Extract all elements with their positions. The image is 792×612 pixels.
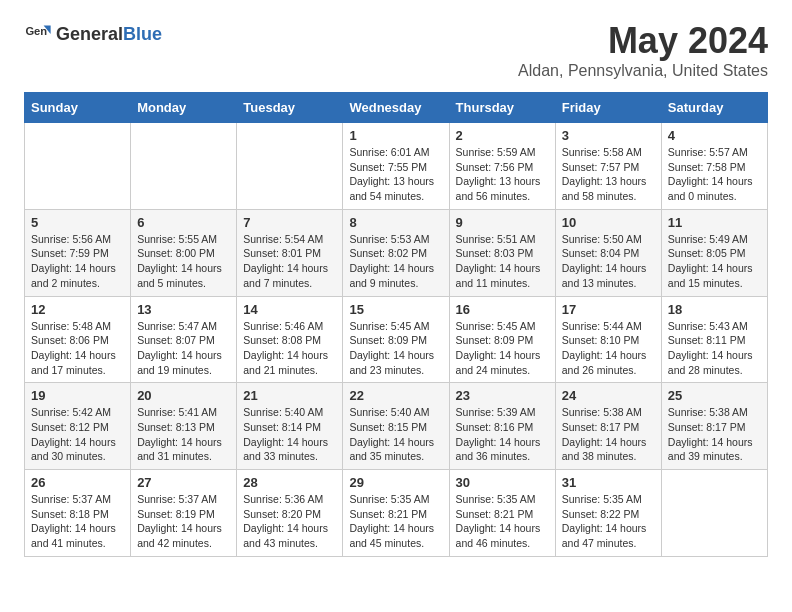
calendar-day-cell: 28Sunrise: 5:36 AMSunset: 8:20 PMDayligh… (237, 470, 343, 557)
day-number: 2 (456, 128, 549, 143)
day-number: 21 (243, 388, 336, 403)
day-info: Sunrise: 5:44 AMSunset: 8:10 PMDaylight:… (562, 319, 655, 378)
calendar-day-cell: 1Sunrise: 6:01 AMSunset: 7:55 PMDaylight… (343, 123, 449, 210)
day-info: Sunrise: 5:50 AMSunset: 8:04 PMDaylight:… (562, 232, 655, 291)
day-number: 15 (349, 302, 442, 317)
day-info: Sunrise: 5:40 AMSunset: 8:15 PMDaylight:… (349, 405, 442, 464)
day-info: Sunrise: 5:48 AMSunset: 8:06 PMDaylight:… (31, 319, 124, 378)
day-info: Sunrise: 5:37 AMSunset: 8:18 PMDaylight:… (31, 492, 124, 551)
calendar-week-row: 12Sunrise: 5:48 AMSunset: 8:06 PMDayligh… (25, 296, 768, 383)
day-info: Sunrise: 5:45 AMSunset: 8:09 PMDaylight:… (456, 319, 549, 378)
calendar-day-cell: 16Sunrise: 5:45 AMSunset: 8:09 PMDayligh… (449, 296, 555, 383)
day-number: 1 (349, 128, 442, 143)
calendar-day-cell: 22Sunrise: 5:40 AMSunset: 8:15 PMDayligh… (343, 383, 449, 470)
calendar-day-cell: 31Sunrise: 5:35 AMSunset: 8:22 PMDayligh… (555, 470, 661, 557)
calendar-table: SundayMondayTuesdayWednesdayThursdayFrid… (24, 92, 768, 557)
day-info: Sunrise: 5:46 AMSunset: 8:08 PMDaylight:… (243, 319, 336, 378)
day-number: 19 (31, 388, 124, 403)
day-number: 27 (137, 475, 230, 490)
day-number: 9 (456, 215, 549, 230)
calendar-day-cell: 17Sunrise: 5:44 AMSunset: 8:10 PMDayligh… (555, 296, 661, 383)
day-number: 26 (31, 475, 124, 490)
calendar-day-cell: 12Sunrise: 5:48 AMSunset: 8:06 PMDayligh… (25, 296, 131, 383)
day-number: 5 (31, 215, 124, 230)
header: Gen GeneralBlue May 2024 Aldan, Pennsylv… (24, 20, 768, 80)
svg-text:Gen: Gen (25, 25, 47, 37)
day-number: 13 (137, 302, 230, 317)
logo: Gen GeneralBlue (24, 20, 162, 48)
calendar-day-cell: 29Sunrise: 5:35 AMSunset: 8:21 PMDayligh… (343, 470, 449, 557)
calendar-day-cell (131, 123, 237, 210)
day-info: Sunrise: 5:57 AMSunset: 7:58 PMDaylight:… (668, 145, 761, 204)
calendar-day-cell: 3Sunrise: 5:58 AMSunset: 7:57 PMDaylight… (555, 123, 661, 210)
day-number: 30 (456, 475, 549, 490)
calendar-header-cell: Sunday (25, 93, 131, 123)
calendar-day-cell: 15Sunrise: 5:45 AMSunset: 8:09 PMDayligh… (343, 296, 449, 383)
calendar-header-cell: Tuesday (237, 93, 343, 123)
calendar-day-cell (25, 123, 131, 210)
calendar-header-cell: Saturday (661, 93, 767, 123)
calendar-day-cell: 8Sunrise: 5:53 AMSunset: 8:02 PMDaylight… (343, 209, 449, 296)
calendar-day-cell: 14Sunrise: 5:46 AMSunset: 8:08 PMDayligh… (237, 296, 343, 383)
logo-blue-text: Blue (123, 24, 162, 44)
day-number: 23 (456, 388, 549, 403)
calendar-day-cell: 4Sunrise: 5:57 AMSunset: 7:58 PMDaylight… (661, 123, 767, 210)
calendar-day-cell: 11Sunrise: 5:49 AMSunset: 8:05 PMDayligh… (661, 209, 767, 296)
day-info: Sunrise: 5:37 AMSunset: 8:19 PMDaylight:… (137, 492, 230, 551)
calendar-day-cell (661, 470, 767, 557)
calendar-week-row: 1Sunrise: 6:01 AMSunset: 7:55 PMDaylight… (25, 123, 768, 210)
day-number: 25 (668, 388, 761, 403)
calendar-header-cell: Friday (555, 93, 661, 123)
day-number: 4 (668, 128, 761, 143)
day-info: Sunrise: 5:45 AMSunset: 8:09 PMDaylight:… (349, 319, 442, 378)
calendar-day-cell: 13Sunrise: 5:47 AMSunset: 8:07 PMDayligh… (131, 296, 237, 383)
calendar-day-cell: 7Sunrise: 5:54 AMSunset: 8:01 PMDaylight… (237, 209, 343, 296)
calendar-header-cell: Thursday (449, 93, 555, 123)
day-info: Sunrise: 5:36 AMSunset: 8:20 PMDaylight:… (243, 492, 336, 551)
day-number: 7 (243, 215, 336, 230)
day-number: 8 (349, 215, 442, 230)
calendar-day-cell: 25Sunrise: 5:38 AMSunset: 8:17 PMDayligh… (661, 383, 767, 470)
day-info: Sunrise: 5:38 AMSunset: 8:17 PMDaylight:… (668, 405, 761, 464)
day-info: Sunrise: 5:58 AMSunset: 7:57 PMDaylight:… (562, 145, 655, 204)
calendar-week-row: 19Sunrise: 5:42 AMSunset: 8:12 PMDayligh… (25, 383, 768, 470)
day-info: Sunrise: 5:56 AMSunset: 7:59 PMDaylight:… (31, 232, 124, 291)
calendar-header-cell: Monday (131, 93, 237, 123)
logo-general-text: General (56, 24, 123, 44)
day-number: 11 (668, 215, 761, 230)
title-area: May 2024 Aldan, Pennsylvania, United Sta… (518, 20, 768, 80)
calendar-day-cell: 20Sunrise: 5:41 AMSunset: 8:13 PMDayligh… (131, 383, 237, 470)
day-number: 17 (562, 302, 655, 317)
calendar-day-cell: 6Sunrise: 5:55 AMSunset: 8:00 PMDaylight… (131, 209, 237, 296)
logo-icon: Gen (24, 20, 52, 48)
day-number: 20 (137, 388, 230, 403)
day-number: 29 (349, 475, 442, 490)
calendar-week-row: 5Sunrise: 5:56 AMSunset: 7:59 PMDaylight… (25, 209, 768, 296)
day-number: 22 (349, 388, 442, 403)
day-number: 14 (243, 302, 336, 317)
day-info: Sunrise: 5:35 AMSunset: 8:21 PMDaylight:… (349, 492, 442, 551)
calendar-day-cell: 9Sunrise: 5:51 AMSunset: 8:03 PMDaylight… (449, 209, 555, 296)
day-info: Sunrise: 5:40 AMSunset: 8:14 PMDaylight:… (243, 405, 336, 464)
day-info: Sunrise: 5:39 AMSunset: 8:16 PMDaylight:… (456, 405, 549, 464)
calendar-header-row: SundayMondayTuesdayWednesdayThursdayFrid… (25, 93, 768, 123)
calendar-day-cell: 10Sunrise: 5:50 AMSunset: 8:04 PMDayligh… (555, 209, 661, 296)
day-number: 16 (456, 302, 549, 317)
day-number: 28 (243, 475, 336, 490)
calendar-day-cell (237, 123, 343, 210)
calendar-day-cell: 18Sunrise: 5:43 AMSunset: 8:11 PMDayligh… (661, 296, 767, 383)
calendar-week-row: 26Sunrise: 5:37 AMSunset: 8:18 PMDayligh… (25, 470, 768, 557)
day-info: Sunrise: 5:49 AMSunset: 8:05 PMDaylight:… (668, 232, 761, 291)
main-title: May 2024 (518, 20, 768, 62)
day-info: Sunrise: 5:42 AMSunset: 8:12 PMDaylight:… (31, 405, 124, 464)
calendar-day-cell: 5Sunrise: 5:56 AMSunset: 7:59 PMDaylight… (25, 209, 131, 296)
calendar-day-cell: 27Sunrise: 5:37 AMSunset: 8:19 PMDayligh… (131, 470, 237, 557)
day-info: Sunrise: 5:55 AMSunset: 8:00 PMDaylight:… (137, 232, 230, 291)
calendar-day-cell: 19Sunrise: 5:42 AMSunset: 8:12 PMDayligh… (25, 383, 131, 470)
day-info: Sunrise: 6:01 AMSunset: 7:55 PMDaylight:… (349, 145, 442, 204)
day-info: Sunrise: 5:38 AMSunset: 8:17 PMDaylight:… (562, 405, 655, 464)
day-number: 24 (562, 388, 655, 403)
calendar-day-cell: 21Sunrise: 5:40 AMSunset: 8:14 PMDayligh… (237, 383, 343, 470)
day-info: Sunrise: 5:41 AMSunset: 8:13 PMDaylight:… (137, 405, 230, 464)
day-info: Sunrise: 5:54 AMSunset: 8:01 PMDaylight:… (243, 232, 336, 291)
